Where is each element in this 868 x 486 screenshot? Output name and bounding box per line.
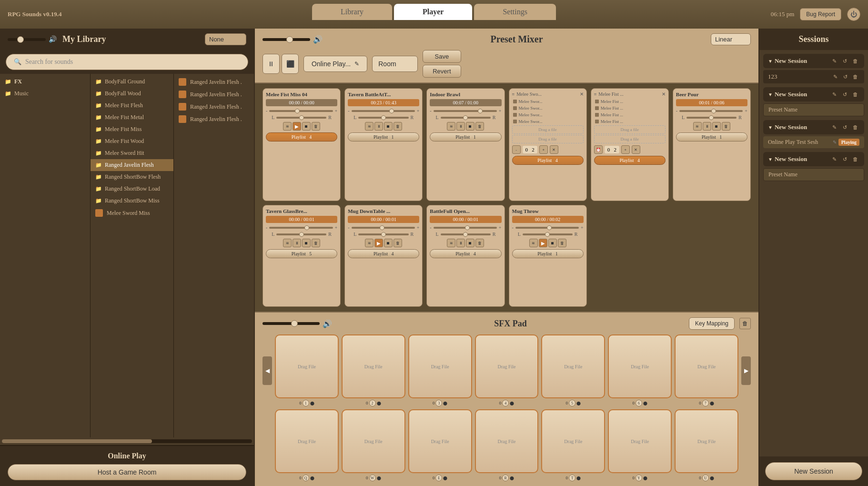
stack5-item-3[interactable]: Melee Fist ... [594,112,666,118]
card-playlist-1[interactable]: Playlist 4 [266,132,337,142]
preset-name-input-4[interactable]: Preset Name [763,168,864,181]
stack5-item-4[interactable]: Melee Fist ... [594,119,666,124]
card-pause-btn-7[interactable]: ⏸ [293,239,301,247]
card-delete-btn-8[interactable]: 🗑 [394,239,402,247]
card-vol-slider-10[interactable] [515,227,579,229]
card-stop-btn-8[interactable]: ⏹ [384,239,393,247]
subcategory-melee-fist-miss[interactable]: 📁Melee Fist Miss [91,123,173,135]
card-waveform-btn-1[interactable]: ≋ [283,122,292,131]
key-mapping-button[interactable]: Key Mapping [689,317,735,330]
card-playlist-9[interactable]: Playlist 4 [430,249,501,258]
card-pan-slider-3[interactable] [441,117,491,119]
category-music[interactable]: 📁 Music [0,88,90,100]
subcategory-melee-sword-miss[interactable]: Melee Sword Miss [91,207,173,219]
session-delete-btn-1[interactable]: 🗑 [851,57,859,65]
session-edit-btn-2[interactable]: ✎ [830,90,838,99]
card-stop-btn-7[interactable]: ⏹ [302,239,311,247]
session-edit-btn-4[interactable]: ✎ [830,155,838,163]
session-delete-btn-4[interactable]: 🗑 [851,155,859,163]
file-ranged-javelin-1[interactable]: Ranged Javelin Flesh . [174,76,254,88]
subcategory-bodyfall-wood[interactable]: 📁BodyFall Wood [91,88,173,100]
subcategory-bodyfall-ground[interactable]: 📁BodyFall Ground [91,76,173,88]
subcategory-melee-fist-metal[interactable]: 📁Melee Fist Metal [91,111,173,123]
card-pause-btn-2[interactable]: ⏸ [374,122,383,131]
card-vol-slider-2[interactable] [352,110,415,112]
host-game-button[interactable]: Host a Game Room [8,464,246,480]
file-ranged-javelin-4[interactable]: Ranged Javelin Flesh . [174,113,254,125]
room-select[interactable]: Room Outdoors Cave [372,56,418,72]
sfx-pad-cell-q[interactable]: Drag File [275,409,339,473]
sfx-pad-cell-r[interactable]: Drag File [475,409,539,473]
session-item-playing[interactable]: Online Play Test Sesh ✎ Playing [763,136,864,148]
card-pan-slider-8[interactable] [358,233,408,235]
stack-close-btn[interactable]: ✕ [550,145,558,154]
sfx-pad-cell-3[interactable]: Drag File [475,334,539,398]
sfx-delete-button[interactable]: 🗑 [739,318,751,329]
card-delete-btn-10[interactable]: 🗑 [558,239,566,247]
card-pan-slider-1[interactable] [276,117,326,119]
card-vol-slider-1[interactable] [269,110,333,112]
card-pan-slider-9[interactable] [441,233,491,235]
card-waveform-btn-3[interactable]: ≋ [447,122,455,131]
subcategory-melee-fist-wood[interactable]: 📁Melee Fist Wood [91,135,173,147]
session-edit-btn-1[interactable]: ✎ [830,57,838,65]
stack5-plus-btn[interactable]: + [621,145,630,154]
session-reset-btn-2[interactable]: ↺ [840,90,849,99]
card-stop-btn-9[interactable]: ⏹ [466,239,474,247]
card-delete-btn-2[interactable]: 🗑 [394,122,402,131]
card-pan-slider-10[interactable] [523,233,573,235]
filter-select[interactable]: None Category Tag [205,33,246,45]
card-playlist-2[interactable]: Playlist 1 [348,132,419,142]
library-scrollbar[interactable] [2,439,252,443]
preset-name-button[interactable]: Online Play... ✎ [303,56,367,72]
card-stop-btn-3[interactable]: ⏹ [466,122,474,131]
card-pan-slider-6[interactable] [686,117,737,119]
session-delete-btn-3[interactable]: 🗑 [851,123,859,132]
card-playlist-3[interactable]: Playlist 1 [430,132,501,142]
drag-file-area-3[interactable]: Drag a file [594,125,666,134]
sfx-pad-cell-6[interactable]: Drag File [675,334,738,398]
power-button[interactable]: ⏻ [847,8,860,21]
sfx-pad-cell-e[interactable]: Drag File [408,409,472,473]
sfx-volume-track[interactable] [262,322,320,325]
subcategory-ranged-javelin-flesh[interactable]: 📁Ranged Javelin Flesh [91,159,173,171]
sfx-pad-cell-2[interactable]: Drag File [408,334,472,398]
card-vol-slider-3[interactable] [434,110,497,112]
mixer-volume-track[interactable] [262,38,310,41]
file-ranged-javelin-3[interactable]: Ranged Javelin Flesh . [174,101,254,113]
card-pause-btn-6[interactable]: ⏸ [703,122,711,131]
card-playlist-4[interactable]: Playlist 4 [512,156,584,165]
card-delete-btn-9[interactable]: 🗑 [475,239,484,247]
linear-mode-select[interactable]: Linear Random [711,33,751,45]
subcategory-ranged-shortbow-load[interactable]: 📁Ranged ShortBow Load [91,183,173,195]
pause-button[interactable]: ⏸ [262,54,280,74]
card-stop-btn-10[interactable]: ⏹ [548,239,557,247]
card-delete-btn-6[interactable]: 🗑 [722,122,730,131]
subcategory-melee-sword-hit[interactable]: 📁Melee Sword Hit [91,147,173,159]
drag-file-area-4[interactable]: Drag a file [594,135,666,143]
stack5-close-btn[interactable]: ✕ [632,145,640,154]
tab-library[interactable]: Library [312,4,392,20]
sfx-pad-cell-t[interactable]: Drag File [541,409,605,473]
card-vol-slider-6[interactable] [679,110,743,112]
bug-report-button[interactable]: Bug Report [800,8,841,20]
stack-minus-btn[interactable]: - [512,145,521,154]
stack5-item-1[interactable]: Melee Fist ... [594,99,666,104]
card-waveform-btn-8[interactable]: ≋ [365,239,373,247]
card-waveform-btn-6[interactable]: ≋ [693,122,702,131]
sfx-next-btn[interactable]: ▶ [741,356,751,385]
card-play-btn-1[interactable]: ▶ [293,122,301,131]
card-stop-btn-2[interactable]: ⏹ [384,122,393,131]
file-ranged-javelin-2[interactable]: Ranged Javelin Flesh . [174,88,254,101]
sfx-pad-cell-0[interactable]: Drag File [275,334,339,398]
card-pause-btn-3[interactable]: ⏸ [456,122,465,131]
card-waveform-btn-9[interactable]: ≋ [447,239,455,247]
card-stop-btn-6[interactable]: ⏹ [712,122,721,131]
revert-button[interactable]: Revert [423,65,461,78]
sfx-pad-cell-w[interactable]: Drag File [342,409,405,473]
subcategory-melee-fist-flesh[interactable]: 📁Melee Fist Flesh [91,100,173,111]
card-waveform-btn-10[interactable]: ≋ [529,239,538,247]
card-delete-btn-1[interactable]: 🗑 [312,122,320,131]
card-waveform-btn-2[interactable]: ≋ [365,122,373,131]
session-reset-btn-1[interactable]: ↺ [840,57,849,65]
